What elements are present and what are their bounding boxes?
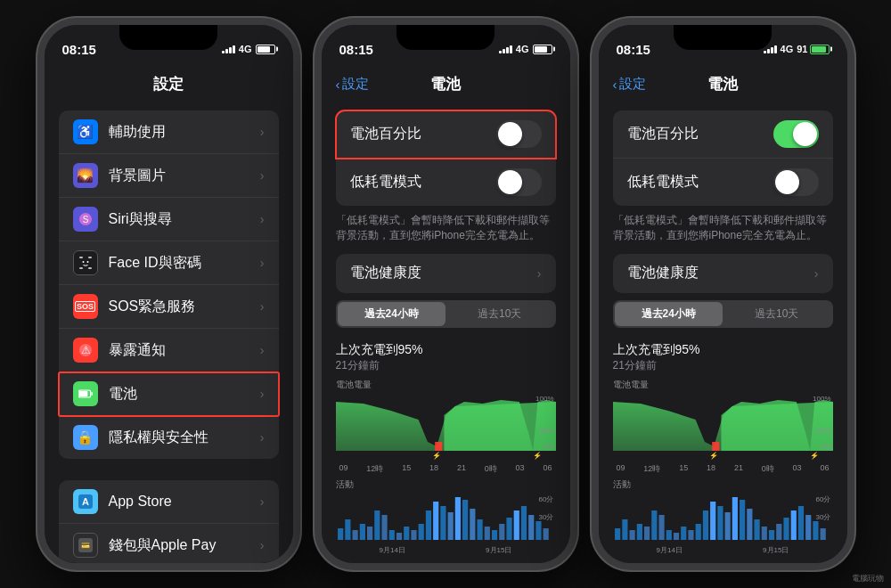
battery-with-percent: 91 [797, 44, 829, 54]
svg-rect-25 [359, 524, 364, 540]
battery-percent-row-3[interactable]: 電池百分比 [613, 110, 833, 159]
phone3-wrapper: 08:15 4G 91 [592, 18, 854, 570]
svg-rect-49 [535, 521, 541, 540]
screen-legend-3: 螢幕開啟 螢幕關閉 [599, 559, 847, 563]
svg-rect-66 [688, 530, 693, 540]
privacy-icon: 🔒 [73, 425, 98, 450]
back-button-3[interactable]: ‹ 設定 [613, 76, 646, 93]
svg-rect-48 [528, 515, 534, 540]
back-button-2[interactable]: ‹ 設定 [336, 76, 369, 93]
back-chevron-2: ‹ [336, 77, 340, 92]
svg-rect-37 [447, 512, 453, 540]
svg-text:⚡: ⚡ [533, 451, 543, 460]
battery-desc-3: 「低耗電模式」會暫時降低下載和郵件擷取等背景活動，直到您將iPhone完全充電為… [599, 206, 847, 254]
battery-health-row[interactable]: 電池健康度 › [336, 254, 556, 293]
tab-24h-2[interactable]: 過去24小時 [338, 302, 446, 326]
row-battery[interactable]: 電池 › [59, 372, 279, 416]
faceid-label: Face ID與密碼 [109, 254, 257, 273]
svg-point-7 [86, 261, 88, 263]
row-sos[interactable]: SOS SOS緊急服務 › [59, 285, 279, 329]
svg-rect-81 [797, 506, 803, 540]
battery-percent-toggle-3[interactable] [773, 120, 819, 148]
legend-on-2: 螢幕開啟 [336, 562, 380, 563]
svg-rect-67 [695, 524, 700, 540]
activity-chart-area-2: 活動 60分 30分 [336, 478, 556, 555]
battery-percent-display: 91 [797, 44, 807, 54]
notch3 [674, 25, 772, 50]
svg-rect-72 [732, 497, 737, 540]
battery-health-row-3[interactable]: 電池健康度 › [613, 254, 833, 293]
battery-percent-toggle[interactable] [496, 120, 542, 148]
row-appstore[interactable]: A App Store › [59, 480, 279, 524]
svg-rect-35 [433, 502, 438, 540]
svg-rect-27 [374, 510, 380, 540]
wallpaper-icon: 🌄 [73, 163, 98, 188]
svg-text:⚠: ⚠ [80, 344, 90, 356]
svg-rect-11 [78, 391, 87, 396]
chevron: › [260, 387, 265, 401]
chevron: › [260, 494, 265, 509]
page-container: 08:15 4G [0, 0, 891, 588]
battery-content-2: 電池百分比 低耗電模式 「低耗電模式」會暫時降低下載和郵件擷取等背景活動，直到您… [322, 103, 570, 563]
svg-rect-38 [454, 497, 460, 540]
charge-time-2: 21分鐘前 [336, 358, 556, 373]
status-right-3: 4G 91 [764, 44, 830, 54]
row-siri[interactable]: S Siri與搜尋 › [59, 198, 279, 241]
phone1-wrapper: 08:15 4G [37, 18, 300, 570]
row-wallet[interactable]: 💳 錢包與Apple Pay › [59, 524, 279, 563]
svg-rect-75 [754, 519, 759, 540]
svg-rect-44 [499, 524, 504, 540]
battery-chart-wrapper-2: 100% 50% 0% [336, 393, 556, 463]
activity-title-3: 活動 [613, 478, 833, 491]
battery-chart-title-2: 電池電量 [336, 379, 556, 391]
page-title-1: 設定 [153, 74, 184, 94]
chart-tabs-3: 過去24小時 過去10天 [613, 300, 833, 328]
chart-x-labels-3: 09 12時 15 18 21 0時 03 06 [613, 463, 833, 475]
low-power-toggle[interactable] [496, 168, 542, 196]
charge-title-2: 上次充電到95% [336, 342, 556, 358]
svg-rect-24 [352, 530, 357, 540]
svg-text:⚡: ⚡ [810, 451, 820, 460]
battery-icon-1 [256, 45, 275, 54]
health-chevron-3: › [814, 266, 819, 281]
row-exposure[interactable]: ⚠ 暴露通知 › [59, 329, 279, 372]
svg-rect-82 [805, 515, 811, 540]
svg-rect-61 [651, 510, 657, 540]
row-faceid[interactable]: Face ID與密碼 › [59, 241, 279, 285]
screen-legend-2: 螢幕開啟 螢幕關閉 [322, 559, 570, 563]
phone1-screen: 08:15 4G [45, 25, 293, 563]
battery-percent-row[interactable]: 電池百分比 [336, 110, 556, 159]
appstore-icon: A [73, 489, 98, 514]
tab-10d-2[interactable]: 過去10天 [446, 302, 554, 326]
activity-x-labels-2: 9月14日 9月15日 [336, 545, 556, 555]
svg-rect-28 [381, 515, 387, 540]
legend-on-3: 螢幕開啟 [613, 562, 658, 563]
row-privacy[interactable]: 🔒 隱私權與安全性 › [59, 416, 279, 459]
svg-rect-56 [615, 528, 620, 540]
svg-rect-64 [673, 533, 678, 540]
privacy-label: 隱私權與安全性 [109, 429, 257, 447]
battery-chart-title-3: 電池電量 [613, 379, 833, 391]
row-accessibility[interactable]: ♿ 輔助使用 › [59, 110, 279, 154]
time-2: 08:15 [339, 42, 373, 57]
battery-settings-icon [73, 381, 98, 406]
time-3: 08:15 [617, 42, 650, 57]
activity-wrapper-2: 60分 30分 [336, 493, 556, 545]
low-power-row-3[interactable]: 低耗電模式 [613, 159, 833, 206]
low-power-toggle-3[interactable] [773, 168, 819, 196]
chevron: › [260, 125, 265, 139]
settings-scroll-1: ♿ 輔助使用 › 🌄 背景圖片 › S [45, 103, 293, 563]
battery-options: 電池百分比 低耗電模式 [322, 110, 570, 206]
sos-icon: SOS [73, 294, 98, 319]
low-power-row[interactable]: 低耗電模式 [336, 159, 556, 206]
svg-rect-70 [717, 506, 723, 540]
svg-text:⚡: ⚡ [709, 451, 719, 460]
row-wallpaper[interactable]: 🌄 背景圖片 › [59, 154, 279, 198]
tab-10d-3[interactable]: 過去10天 [723, 302, 831, 326]
battery-health-label-3: 電池健康度 [627, 264, 811, 282]
tab-24h-3[interactable]: 過去24小時 [615, 302, 723, 326]
battery-desc-2: 「低耗電模式」會暫時降低下載和郵件擷取等背景活動，直到您將iPhone完全充電為… [322, 206, 570, 254]
phone3-screen: 08:15 4G 91 [599, 25, 847, 563]
svg-rect-45 [506, 518, 511, 540]
svg-rect-57 [622, 519, 627, 540]
